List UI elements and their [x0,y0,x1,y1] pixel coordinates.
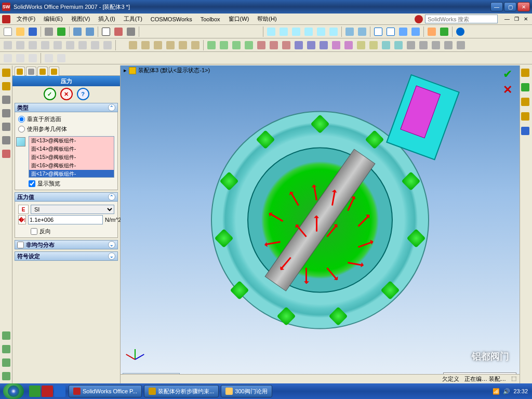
ex4-button[interactable] [43,52,55,64]
confirm-icon[interactable]: ✔ [503,68,516,81]
face-selection-list[interactable]: 面<13>@阀板组件- 面<14>@阀板组件- 面<15>@阀板组件- 面<16… [29,136,114,178]
viewport-tree-breadcrumb[interactable]: ▸ 装配体3 (默认<显示状态-1>) [124,66,210,74]
view-front-button[interactable] [344,26,355,37]
face-item[interactable]: 面<14>@阀板组件- [29,145,114,153]
menu-cosmos[interactable]: COSMOSWorks [147,15,196,23]
sim18-button[interactable] [418,39,429,51]
menu-view[interactable]: 视图(V) [67,14,95,24]
display-wireframe-button[interactable] [373,26,384,37]
doc-restore-button[interactable]: ❐ [512,16,521,23]
face-item[interactable]: 面<13>@阀板组件- [29,137,114,145]
display-shaded-edges-button[interactable] [397,26,409,37]
panel-tab-4[interactable] [49,66,59,76]
asm6-button[interactable] [190,39,201,51]
sim7-button[interactable] [281,39,292,51]
menu-app-icon[interactable] [2,15,10,23]
quicklaunch-3[interactable] [54,385,65,397]
rs-btn-1[interactable] [521,69,531,79]
group-symbol-header[interactable]: 符号设定 ⌄ [15,251,118,261]
rs-btn-3[interactable] [521,98,531,108]
options-button[interactable] [125,26,137,37]
panel-tab-1[interactable] [15,66,25,76]
redo-button[interactable] [84,26,96,37]
sim12-button[interactable] [343,39,354,51]
feat5-button[interactable] [52,39,63,51]
zoom-in-button[interactable] [290,26,302,37]
feat2-button[interactable] [15,39,26,51]
help-button[interactable] [455,26,466,37]
section-button[interactable] [426,26,437,37]
asm1-button[interactable] [127,39,139,51]
sim5-button[interactable] [256,39,267,51]
collapse-icon[interactable]: ⌃ [108,104,115,111]
menu-tools[interactable]: 工具(T) [119,14,147,24]
ls-btn-3[interactable] [1,95,11,105]
face-item[interactable]: 面<15>@阀板组件- [29,153,114,162]
sim6-button[interactable] [268,39,280,51]
sim19-button[interactable] [430,39,442,51]
checkbox-preview[interactable]: 显示预览 [18,178,114,188]
face-item-selected[interactable]: 面<17>@阀板组件- [29,170,114,178]
asm5-button[interactable] [177,39,189,51]
menu-edit[interactable]: 编辑(E) [39,14,67,24]
ls-btn-1[interactable] [1,68,11,78]
panel-tab-3[interactable] [37,66,48,76]
ls-btn-5[interactable] [1,122,11,132]
menu-file[interactable]: 文件(F) [12,14,39,24]
sim13-button[interactable] [355,39,367,51]
expand-icon[interactable]: ⌄ [108,252,115,260]
undo-button[interactable] [72,26,83,37]
search-input[interactable] [425,15,498,23]
sim3-button[interactable] [231,39,242,51]
checkbox-nonuniform[interactable] [17,242,24,248]
ex5-button[interactable] [56,52,67,64]
select-button[interactable] [100,26,112,37]
pan-button[interactable] [328,26,339,37]
feat4-button[interactable] [39,39,51,51]
expand-icon[interactable]: ⌄ [108,241,115,248]
sim14-button[interactable] [368,39,379,51]
menu-help[interactable]: 帮助(H) [253,14,281,24]
taskbar-item-doc[interactable]: 装配体分析步骤约束... [144,385,219,397]
feat7-button[interactable] [77,39,88,51]
face-item[interactable]: 面<16>@阀板组件- [29,162,114,170]
doc-minimize-button[interactable]: — [503,16,511,23]
sim10-button[interactable] [318,39,329,51]
radio-reference[interactable]: 使用参考几何体 [18,124,114,134]
appearance-button[interactable] [438,26,450,37]
sketch-button[interactable] [113,26,124,37]
asm4-button[interactable] [165,39,176,51]
orientation-triad[interactable] [125,344,145,365]
sim9-button[interactable] [305,39,317,51]
ls-btn-11[interactable] [1,371,11,381]
tray-icon[interactable]: 🔊 [503,388,510,395]
quicklaunch-2[interactable] [42,385,53,397]
display-hidden-button[interactable] [385,26,396,37]
group-type-header[interactable]: 类型 ⌃ [15,103,118,112]
zoom-fit-button[interactable] [265,26,277,37]
panel-tab-2[interactable] [26,66,36,76]
zoom-area-button[interactable] [278,26,289,37]
rs-btn-2[interactable] [521,83,531,94]
ok-button[interactable]: ✓ [44,88,56,100]
sim2-button[interactable] [218,39,230,51]
save-button[interactable] [27,26,38,37]
rs-btn-5[interactable] [521,127,531,137]
menu-window[interactable]: 窗口(W) [224,14,254,24]
search-icon[interactable] [415,15,423,23]
panel-help-button[interactable]: ? [77,88,89,100]
feat8-button[interactable] [89,39,101,51]
feat6-button[interactable] [64,39,76,51]
rotate-button[interactable] [315,26,327,37]
print-button[interactable] [43,26,55,37]
group-nonuniform-header[interactable]: 非均匀分布 ⌄ [15,240,118,249]
sim8-button[interactable] [293,39,304,51]
collapse-icon[interactable]: ⌃ [108,193,115,201]
view-iso-button[interactable] [356,26,368,37]
ls-btn-8[interactable] [1,330,11,341]
zoom-out-button[interactable] [303,26,314,37]
close-button[interactable]: ✕ [517,2,530,11]
feat9-button[interactable] [102,39,113,51]
ex2-button[interactable] [15,52,26,64]
doc-close-button[interactable]: ✕ [522,16,530,23]
